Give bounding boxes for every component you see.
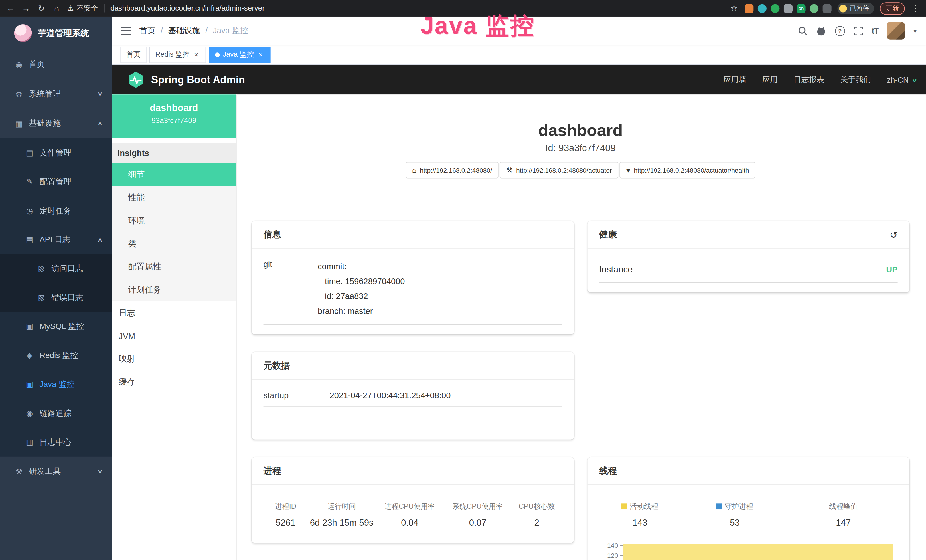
collapse-sidebar-icon[interactable]: [121, 27, 131, 35]
heart-icon: ♥: [626, 166, 630, 174]
address-bar[interactable]: dashboard.yudao.iocoder.cn/infra/admin-s…: [110, 4, 723, 12]
health-url-link[interactable]: ♥ http://192.168.0.2:48080/actuator/heal…: [619, 162, 755, 178]
browser-home-icon[interactable]: ⌂: [52, 3, 61, 13]
sidebar-item-infrastructure[interactable]: ▦ 基础设施 ∧: [0, 109, 112, 138]
legend-live-threads: 活动线程 143: [599, 501, 681, 527]
apps-grid-icon[interactable]: [784, 4, 793, 12]
logo-avatar-image: [14, 24, 32, 42]
user-caret-icon[interactable]: ▾: [914, 27, 916, 34]
timer-icon: ◷: [25, 206, 34, 215]
sba-item-beans[interactable]: 类: [112, 232, 236, 255]
tab-java-monitor[interactable]: Java 监控 ×: [209, 47, 270, 63]
sidebar-item-mysql-monitor[interactable]: ▣ MySQL 监控: [0, 312, 112, 341]
sba-nav-applications[interactable]: 应用: [762, 74, 778, 85]
back-icon[interactable]: ←: [6, 3, 15, 13]
font-size-icon[interactable]: tT: [872, 26, 878, 35]
health-card: 健康 ↺ Instance UP: [587, 221, 909, 292]
instance-name: dashboard: [112, 103, 236, 113]
sba-item-metrics[interactable]: 性能: [112, 186, 236, 209]
close-icon[interactable]: ×: [192, 50, 200, 59]
fox-extension-icon[interactable]: [744, 4, 754, 12]
locale-selector[interactable]: zh-CN ∨: [887, 75, 917, 84]
sidebar-item-home[interactable]: ◉ 首页: [0, 50, 112, 79]
gear-icon: ⚙: [14, 89, 24, 98]
app-logo[interactable]: 芋道管理系统: [0, 17, 112, 50]
browser-menu-icon[interactable]: ⋮: [911, 3, 920, 13]
sba-item-environment[interactable]: 环境: [112, 209, 236, 232]
reload-icon[interactable]: ↻: [36, 3, 46, 13]
metadata-row-startup: startup 2021-04-27T00:44:31.254+08:00: [263, 383, 562, 407]
sidebar-item-api-log[interactable]: ▤ API 日志 ∧: [0, 225, 112, 254]
tab-redis-monitor[interactable]: Redis 监控 ×: [150, 47, 206, 63]
sba-item-details[interactable]: 细节: [112, 163, 236, 186]
sba-sidebar: dashboard 93a3fc7f7409 Insights 细节 性能 环境…: [112, 94, 237, 560]
sidebar-item-log-center[interactable]: ▥ 日志中心: [0, 428, 112, 456]
process-stats: 进程ID 5261 运行时间 6d 23h 15m 59s: [263, 489, 562, 533]
sba-nav-journal[interactable]: 日志报表: [794, 74, 825, 85]
stat-pid: 进程ID 5261: [263, 501, 308, 527]
sba-item-caches[interactable]: 缓存: [112, 370, 236, 394]
breadcrumb-home[interactable]: 首页: [139, 26, 156, 36]
info-row-git: git commit: time: 1596289704000 id: 27aa…: [263, 252, 562, 325]
service-url-link[interactable]: ⌂ http://192.168.0.2:48080/: [406, 162, 498, 178]
close-icon[interactable]: ×: [257, 50, 264, 59]
drop-extension-icon[interactable]: [758, 4, 767, 12]
sba-item-jvm[interactable]: JVM: [112, 324, 236, 348]
breadcrumb: 首页 基础设施 Java 监控: [139, 26, 248, 36]
update-button[interactable]: 更新: [880, 2, 905, 14]
y-extension-icon[interactable]: [770, 4, 779, 12]
chevron-down-icon: ∨: [98, 91, 103, 97]
actuator-url-link[interactable]: ⚒ http://192.168.0.2:48080/actuator: [500, 162, 618, 178]
sba-item-mappings[interactable]: 映射: [112, 348, 236, 371]
sidebar-item-system[interactable]: ⚙ 系统管理 ∨: [0, 79, 112, 109]
search-icon[interactable]: [798, 26, 807, 35]
sba-item-scheduled-tasks[interactable]: 计划任务: [112, 278, 236, 301]
sba-nav-wallboard[interactable]: 应用墙: [723, 74, 746, 85]
history-icon[interactable]: ↺: [890, 229, 898, 240]
sidebar-item-dev-tools[interactable]: ⚒ 研发工具 ∨: [0, 457, 112, 486]
instance-links: ⌂ http://192.168.0.2:48080/ ⚒ http://192…: [251, 162, 909, 178]
security-indicator[interactable]: ⚠ 不安全: [67, 3, 98, 13]
threads-chart-yaxis: 140 120 100: [599, 542, 623, 560]
app-sidebar: 芋道管理系统 ◉ 首页 ⚙ 系统管理 ∨ ▦ 基础设施 ∧ ▤ 文件管理: [0, 17, 112, 560]
sba-brand-title: Spring Boot Admin: [151, 74, 245, 86]
forward-icon[interactable]: →: [21, 3, 31, 13]
paused-badge[interactable]: 已暂停: [837, 3, 874, 14]
fullscreen-icon[interactable]: [854, 26, 863, 35]
plug-extension-icon[interactable]: [823, 4, 832, 12]
sidebar-item-tracing[interactable]: ◉ 链路追踪: [0, 399, 112, 428]
tab-home[interactable]: 首页: [120, 47, 146, 63]
sba-item-configprops[interactable]: 配置属性: [112, 255, 236, 278]
metadata-card: 元数据 startup 2021-04-27T00:44:31.254+08:0…: [251, 352, 574, 439]
metadata-row-value: 2021-04-27T00:44:31.254+08:00: [330, 390, 562, 400]
switch-on-extension-icon[interactable]: on: [797, 4, 806, 12]
sba-item-logging[interactable]: 日志: [112, 301, 236, 324]
bookmark-star-icon[interactable]: ☆: [729, 3, 738, 13]
infrastructure-icon: ▦: [14, 119, 24, 128]
user-avatar[interactable]: [887, 22, 905, 40]
github-icon[interactable]: [816, 26, 826, 36]
threads-chart: 140 120 100: [599, 542, 898, 560]
sidebar-item-file-management[interactable]: ▤ 文件管理: [0, 138, 112, 167]
sidebar-item-java-monitor[interactable]: ▣ Java 监控: [0, 370, 112, 398]
sba-nav-about[interactable]: 关于我们: [840, 74, 871, 85]
sidebar-item-error-log[interactable]: ▧ 错误日志: [0, 283, 112, 312]
redis-monitor-icon: ◈: [25, 351, 34, 360]
sba-navbar: Spring Boot Admin 应用墙 应用 日志报表 关于我们 zh-CN…: [112, 65, 926, 95]
sba-brand[interactable]: Spring Boot Admin: [127, 71, 245, 88]
help-icon[interactable]: ?: [835, 26, 845, 36]
leaf-extension-icon[interactable]: [809, 4, 819, 12]
app-title: 芋道管理系统: [38, 27, 89, 38]
breadcrumb-infrastructure[interactable]: 基础设施: [156, 26, 200, 36]
tags-view: 首页 Redis 监控 × Java 监控 ×: [112, 45, 926, 65]
screen: ← → ↻ ⌂ ⚠ 不安全 dashboard.yudao.iocoder.cn…: [0, 0, 926, 560]
sba-section-insights[interactable]: Insights: [112, 143, 236, 163]
sidebar-item-access-log[interactable]: ▧ 访问日志: [0, 254, 112, 283]
sidebar-item-config-management[interactable]: ✎ 配置管理: [0, 167, 112, 196]
instance-header[interactable]: dashboard 93a3fc7f7409: [112, 94, 236, 138]
process-card: 进程 进程ID 5261 运行时间: [251, 457, 574, 543]
top-header: 首页 基础设施 Java 监控 ? tT: [112, 17, 926, 45]
health-row-instance[interactable]: Instance UP: [599, 252, 898, 283]
sidebar-item-redis-monitor[interactable]: ◈ Redis 监控: [0, 341, 112, 370]
sidebar-item-scheduled-jobs[interactable]: ◷ 定时任务: [0, 196, 112, 225]
